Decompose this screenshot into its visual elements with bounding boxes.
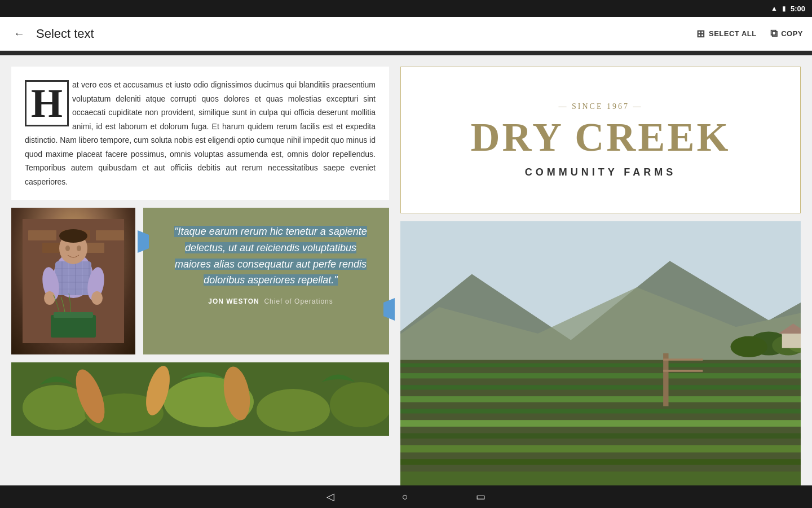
top-bar: ← Select text ⊞ SELECT ALL ⧉ COPY — [0, 17, 812, 51]
left-column: H at vero eos et accusamus et iusto odio… — [11, 67, 389, 485]
person-photo — [11, 208, 135, 354]
veggies-illustration — [11, 362, 389, 436]
sub-bar — [0, 51, 812, 55]
svg-rect-27 — [54, 312, 93, 318]
svg-rect-26 — [51, 315, 96, 338]
svg-rect-46 — [400, 409, 801, 413]
bottom-nav: ◁ ○ ▭ — [0, 485, 812, 508]
select-all-icon: ⊞ — [696, 28, 705, 40]
svg-rect-52 — [663, 353, 668, 406]
svg-rect-49 — [400, 445, 801, 453]
svg-rect-47 — [400, 420, 801, 427]
drop-cap: H — [25, 80, 69, 126]
quote-author: JON WESTON — [208, 297, 259, 305]
svg-rect-59 — [782, 334, 801, 348]
select-all-label: SELECT ALL — [709, 29, 757, 38]
svg-rect-8 — [55, 261, 91, 295]
copy-icon: ⧉ — [770, 28, 778, 40]
quote-attribution: JON WESTON Chief of Operations — [166, 297, 376, 305]
image-row: "Itaque earum rerum hic tenetur a sapien… — [11, 208, 389, 354]
svg-point-33 — [330, 382, 389, 427]
since-text: — SINCE 1967 — — [559, 102, 643, 111]
svg-rect-48 — [400, 433, 801, 439]
copy-label: COPY — [781, 29, 803, 38]
person-illustration — [23, 219, 124, 343]
svg-rect-51 — [400, 471, 801, 485]
svg-point-32 — [257, 389, 330, 432]
back-button[interactable]: ← — [9, 24, 29, 44]
logo-box: — SINCE 1967 — DRY CREEK COMMUNITY FARMS — [400, 67, 801, 213]
quote-block: "Itaque earum rerum hic tenetur a sapien… — [143, 208, 389, 354]
intro-block: H at vero eos et accusamus et iusto odio… — [11, 67, 389, 200]
brand-name: DRY CREEK — [471, 117, 731, 157]
copy-button[interactable]: ⧉ COPY — [770, 28, 803, 40]
svg-point-57 — [730, 336, 767, 357]
home-nav-button[interactable]: ○ — [402, 491, 408, 503]
right-column: — SINCE 1967 — DRY CREEK COMMUNITY FARMS — [400, 67, 801, 485]
back-nav-button[interactable]: ◁ — [326, 491, 334, 503]
svg-point-19 — [59, 229, 87, 243]
recent-nav-button[interactable]: ▭ — [476, 491, 486, 503]
svg-rect-43 — [400, 373, 801, 378]
svg-rect-54 — [663, 370, 703, 372]
status-bar: ▲ ▮ 5:00 — [0, 0, 812, 17]
svg-rect-45 — [400, 396, 801, 402]
svg-point-24 — [44, 291, 55, 305]
vineyard-overlay — [400, 221, 801, 485]
person-overlay — [11, 208, 135, 354]
selected-quote-text: "Itaque earum rerum hic tenetur a sapien… — [174, 226, 367, 286]
svg-point-21 — [77, 246, 81, 251]
time-display: 5:00 — [791, 5, 805, 13]
svg-rect-44 — [400, 385, 801, 389]
toolbar-right: ⊞ SELECT ALL ⧉ COPY — [696, 28, 803, 40]
selection-handle-top — [138, 230, 149, 253]
svg-rect-2 — [28, 230, 56, 240]
quote-role: Chief of Operations — [264, 297, 333, 305]
bottom-photo — [11, 362, 389, 436]
svg-point-25 — [91, 291, 103, 305]
selection-handle-bottom — [383, 298, 395, 321]
wifi-icon: ▲ — [771, 5, 778, 12]
svg-rect-50 — [400, 459, 801, 465]
svg-rect-4 — [96, 230, 124, 240]
svg-point-20 — [65, 246, 70, 251]
svg-rect-53 — [663, 358, 703, 361]
select-all-button[interactable]: ⊞ SELECT ALL — [696, 28, 756, 40]
battery-icon: ▮ — [782, 5, 786, 12]
page-title: Select text — [36, 27, 696, 41]
intro-text: at vero eos et accusamus et iusto odio d… — [25, 78, 376, 189]
vineyard-illustration — [400, 221, 801, 485]
svg-rect-42 — [400, 364, 801, 367]
community-farms: COMMUNITY FARMS — [525, 167, 677, 178]
veggies-overlay — [11, 362, 389, 436]
main-content: H at vero eos et accusamus et iusto odio… — [0, 55, 812, 485]
quote-text[interactable]: "Itaque earum rerum hic tenetur a sapien… — [166, 224, 376, 288]
vineyard-photo — [400, 221, 801, 485]
